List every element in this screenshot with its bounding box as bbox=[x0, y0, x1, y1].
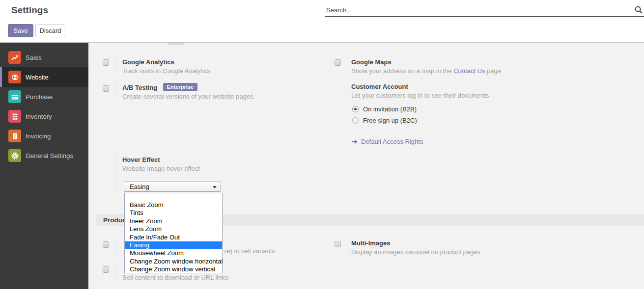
sidebar: Sales Website Purchase bbox=[0, 43, 88, 289]
digital-content-subtitle: Sell content to download or URL links bbox=[122, 274, 228, 281]
divider bbox=[116, 57, 116, 75]
dropdown-option[interactable]: Mousewheel Zoom bbox=[125, 249, 222, 257]
inventory-building-icon bbox=[8, 110, 21, 123]
google-maps-title: Google Maps bbox=[351, 58, 392, 66]
radio-label[interactable]: On invitation (B2B) bbox=[363, 105, 417, 113]
sidebar-item-label: General Settings bbox=[26, 152, 73, 159]
sidebar-item-label: Invoicing bbox=[26, 132, 51, 140]
sidebar-item-inventory[interactable]: Inventory bbox=[0, 106, 88, 126]
dropdown-option[interactable]: Change Zoom window vertical bbox=[125, 265, 222, 273]
customer-account-title: Customer Account bbox=[351, 83, 408, 90]
sales-chart-icon bbox=[8, 51, 21, 64]
sidebar-item-purchase[interactable]: Purchase bbox=[0, 87, 88, 106]
dropdown-option[interactable]: Basic Zoom bbox=[125, 201, 222, 209]
google-maps-subtitle-suffix: page bbox=[485, 67, 501, 75]
contact-us-link[interactable]: Contact Us bbox=[453, 67, 485, 75]
dropdown-option[interactable]: Lens Zoom bbox=[125, 225, 222, 233]
ab-testing-title: A/B Testing bbox=[122, 84, 157, 91]
sidebar-item-website[interactable]: Website bbox=[0, 67, 88, 87]
arrow-right-icon bbox=[352, 139, 358, 145]
hover-effect-select[interactable]: Easing bbox=[124, 182, 221, 192]
select-value: Easing bbox=[130, 183, 149, 190]
sidebar-item-label: Inventory bbox=[26, 113, 52, 120]
google-analytics-title: Google Analytics bbox=[122, 58, 174, 66]
dropdown-option[interactable]: Fade In/Fade Out bbox=[125, 234, 222, 241]
default-access-rights-label[interactable]: Default Access Rights bbox=[361, 138, 423, 145]
cutoff-element bbox=[167, 43, 185, 45]
sidebar-item-general-settings[interactable]: General Settings bbox=[0, 146, 88, 165]
search-bar bbox=[325, 3, 644, 17]
caret-down-icon bbox=[213, 186, 217, 188]
page-title: Settings bbox=[11, 5, 48, 16]
sidebar-item-label: Website bbox=[26, 74, 49, 81]
multi-images-subtitle: Display an images carousel on product pa… bbox=[351, 248, 480, 256]
radio-free-signup[interactable]: Free sign up (B2C) bbox=[352, 117, 417, 124]
radio-on-invitation[interactable]: On invitation (B2B) bbox=[352, 105, 417, 113]
google-analytics-subtitle: Track visits in Google Analytics bbox=[122, 67, 210, 75]
digital-content-checkbox[interactable] bbox=[103, 266, 109, 273]
hover-effect-dropdown: Basic Zoom Tints Ineer Zoom Lens Zoom Fa… bbox=[124, 193, 223, 273]
default-access-rights-link[interactable]: Default Access Rights bbox=[352, 138, 423, 145]
save-button[interactable]: Save bbox=[8, 24, 33, 37]
settings-content: Google Analytics Track visits in Google … bbox=[88, 43, 644, 289]
google-analytics-checkbox[interactable] bbox=[103, 59, 109, 66]
hover-effect-title: Hover Effect bbox=[122, 156, 160, 163]
dropdown-option-selected[interactable]: Easing bbox=[125, 241, 222, 249]
radio-label[interactable]: Free sign up (B2C) bbox=[363, 117, 417, 124]
purchase-card-icon bbox=[8, 90, 21, 103]
gear-icon bbox=[8, 149, 21, 162]
dropdown-option[interactable]: Change Zoom window horizontal bbox=[125, 258, 222, 265]
customer-account-subtitle: Let your customers log in to see their d… bbox=[351, 92, 489, 99]
divider bbox=[116, 155, 116, 194]
google-maps-subtitle-text: Show your address on a map in the bbox=[351, 67, 453, 75]
google-maps-checkbox[interactable] bbox=[335, 59, 341, 66]
sidebar-item-label: Sales bbox=[26, 54, 42, 61]
radio-button-unselected[interactable] bbox=[352, 117, 359, 124]
invoicing-document-icon bbox=[8, 130, 21, 142]
google-maps-subtitle: Show your address on a map in the Contac… bbox=[351, 67, 501, 75]
attributes-variants-subtitle-fragment: ze) to sell variants bbox=[224, 247, 275, 255]
search-input[interactable] bbox=[326, 4, 626, 15]
dropdown-option[interactable]: Ineer Zoom bbox=[125, 217, 222, 225]
header: Settings Save Discard bbox=[0, 0, 644, 43]
settings-page: Settings Save Discard Sales bbox=[0, 0, 644, 289]
divider bbox=[347, 238, 347, 256]
ab-testing-subtitle: Create several versions of your website … bbox=[122, 93, 253, 100]
hover-effect-subtitle: Website Image hover effect bbox=[122, 165, 200, 172]
divider bbox=[116, 81, 116, 100]
search-icon[interactable] bbox=[634, 5, 643, 14]
enterprise-badge: Enterprise bbox=[163, 83, 197, 91]
ab-testing-checkbox[interactable] bbox=[103, 85, 109, 92]
sidebar-item-label: Purchase bbox=[26, 93, 53, 101]
multi-images-checkbox[interactable] bbox=[335, 241, 341, 247]
divider bbox=[347, 82, 347, 151]
ab-testing-title-line: A/B Testing Enterprise bbox=[122, 83, 197, 92]
divider bbox=[116, 239, 116, 256]
sidebar-item-sales[interactable]: Sales bbox=[0, 48, 88, 67]
attributes-variants-checkbox[interactable] bbox=[103, 241, 109, 248]
sidebar-item-invoicing[interactable]: Invoicing bbox=[0, 126, 88, 146]
divider bbox=[347, 57, 347, 75]
website-globe-icon bbox=[8, 71, 21, 83]
discard-button[interactable]: Discard bbox=[35, 24, 65, 37]
dropdown-option[interactable]: Tints bbox=[125, 209, 222, 217]
radio-button-selected[interactable] bbox=[352, 106, 359, 112]
multi-images-title: Multi-Images bbox=[351, 239, 390, 247]
divider bbox=[116, 264, 116, 282]
